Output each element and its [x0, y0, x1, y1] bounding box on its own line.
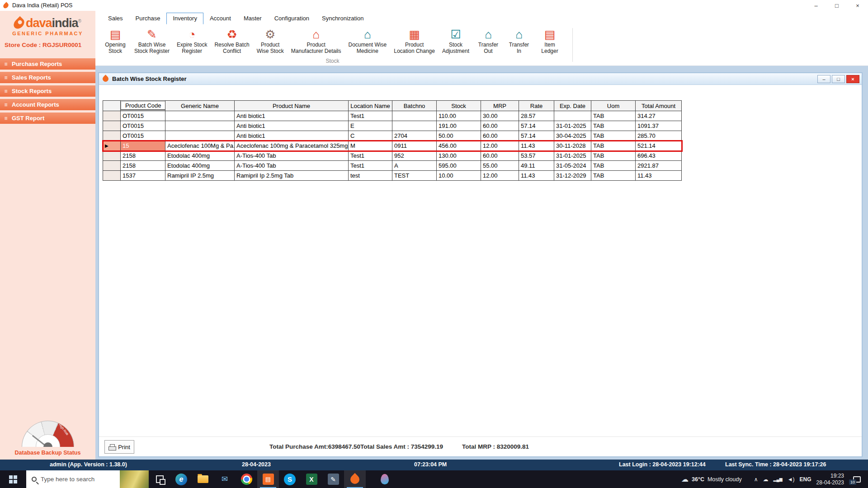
- grid-cell[interactable]: 50.00: [437, 131, 481, 141]
- sidebar-item-account-reports[interactable]: ≡Account Reports: [0, 99, 95, 110]
- grid-cell[interactable]: [392, 111, 437, 121]
- grid-cell[interactable]: 31-05-2024: [554, 161, 591, 171]
- grid-cell[interactable]: 521.14: [636, 141, 682, 151]
- onedrive-icon[interactable]: ☁: [763, 476, 768, 483]
- grid-cell[interactable]: A-Tios-400 Tab: [235, 161, 349, 171]
- grid-cell[interactable]: OT0015: [121, 121, 165, 131]
- grid-cell[interactable]: 30.00: [481, 111, 519, 121]
- grid-cell[interactable]: Etodolac 400mg: [165, 161, 235, 171]
- col-header-location-name[interactable]: Location Name: [349, 101, 392, 111]
- grid-cell[interactable]: 456.00: [437, 141, 481, 151]
- grid-row[interactable]: OT0015Anti biotic1C270450.0060.0057.1430…: [103, 131, 682, 141]
- grid-cell[interactable]: 12.00: [481, 141, 519, 151]
- col-header-product-name[interactable]: Product Name: [235, 101, 349, 111]
- grid-cell[interactable]: Test1: [349, 111, 392, 121]
- grid-cell[interactable]: 55.00: [481, 161, 519, 171]
- ribbon-item-transfer-out[interactable]: ⌂Transfer Out: [473, 26, 504, 55]
- network-icon[interactable]: ▂▄▆: [773, 477, 782, 482]
- maximize-button[interactable]: □: [826, 0, 847, 11]
- grid-cell[interactable]: Aceclofenac 100Mg & Pa...: [165, 141, 235, 151]
- grid-cell[interactable]: C: [349, 131, 392, 141]
- grid-cell[interactable]: E: [349, 121, 392, 131]
- row-selector[interactable]: [103, 161, 121, 171]
- grid-cell[interactable]: 2158: [121, 161, 165, 171]
- child-maximize-button[interactable]: □: [832, 75, 845, 83]
- search-highlight-image[interactable]: [120, 470, 149, 488]
- grid-cell[interactable]: 1091.37: [636, 121, 682, 131]
- grid-cell[interactable]: 1537: [121, 171, 165, 181]
- grid-cell[interactable]: 2921.87: [636, 161, 682, 171]
- grid-cell[interactable]: [165, 111, 235, 121]
- sidebar-item-sales-reports[interactable]: ≡Sales Reports: [0, 72, 95, 83]
- child-close-button[interactable]: ×: [846, 75, 859, 83]
- col-header-total-amount[interactable]: Total Amount: [636, 101, 682, 111]
- grid-cell[interactable]: TAB: [591, 121, 636, 131]
- grid-cell[interactable]: TAB: [591, 161, 636, 171]
- grid-cell[interactable]: 60.00: [481, 131, 519, 141]
- grid-cell[interactable]: 10.00: [437, 171, 481, 181]
- grid-cell[interactable]: Anti biotic1: [235, 131, 349, 141]
- col-header-exp-date[interactable]: Exp. Date: [554, 101, 591, 111]
- ribbon-item-opening-stock[interactable]: ▤Opening Stock: [100, 26, 131, 55]
- grid-cell[interactable]: 952: [392, 151, 437, 161]
- grid-cell[interactable]: 15: [121, 141, 165, 151]
- grid-row[interactable]: 2158Etodolac 400mgA-Tios-400 TabTest1A59…: [103, 161, 682, 171]
- grid-cell[interactable]: Anti biotic1: [235, 121, 349, 131]
- grid-cell[interactable]: 57.14: [519, 121, 554, 131]
- taskbar-app-chrome[interactable]: [236, 470, 257, 488]
- grid-cell[interactable]: 314.27: [636, 111, 682, 121]
- grid-cell[interactable]: A: [392, 161, 437, 171]
- action-center-button[interactable]: 10: [849, 470, 864, 488]
- child-minimize-button[interactable]: –: [817, 75, 830, 83]
- col-header-generic-name[interactable]: Generic Name: [165, 101, 235, 111]
- grid-cell[interactable]: OT0015: [121, 131, 165, 141]
- volume-icon[interactable]: ◄): [788, 476, 795, 483]
- ribbon-item-stock-adjustment[interactable]: ☑Stock Adjustment: [439, 26, 473, 55]
- ribbon-item-expire-stock-register[interactable]: ◔Expire Stock Register: [173, 26, 211, 55]
- grid-cell[interactable]: 191.00: [437, 121, 481, 131]
- ribbon-item-product-wise-stock[interactable]: ⚙Product Wise Stock: [253, 26, 288, 55]
- ribbon-item-transfer-in[interactable]: ⌂Transfer In: [504, 26, 534, 55]
- grid-cell[interactable]: test: [349, 171, 392, 181]
- grid-cell[interactable]: TEST: [392, 171, 437, 181]
- sidebar-item-gst-report[interactable]: ≡GST Report: [0, 113, 95, 124]
- tab-account[interactable]: Account: [203, 13, 237, 24]
- grid-row[interactable]: OT0015Anti biotic1Test1110.0030.0028.57T…: [103, 111, 682, 121]
- row-selector[interactable]: [103, 121, 121, 131]
- ribbon-item-product-location-change[interactable]: ▦Product Location Change: [390, 26, 439, 55]
- weather-widget[interactable]: ☁ 36°C Mostly cloudy: [681, 475, 742, 483]
- grid-cell[interactable]: Ramipril IP 2.5mg: [165, 171, 235, 181]
- grid-cell[interactable]: 31-01-2025: [554, 151, 591, 161]
- grid-cell[interactable]: Test1: [349, 161, 392, 171]
- language-indicator[interactable]: ENG: [800, 476, 811, 483]
- taskbar-app-skype[interactable]: S: [279, 470, 301, 488]
- taskbar-app-davaindia[interactable]: [344, 470, 366, 488]
- grid-cell[interactable]: 49.11: [519, 161, 554, 171]
- taskbar-app-pos-app[interactable]: ▤: [257, 470, 279, 488]
- grid-cell[interactable]: 30-11-2028: [554, 141, 591, 151]
- taskbar-app-excel[interactable]: X: [301, 470, 322, 488]
- ribbon-item-item-ledger[interactable]: ▤Item Ledger: [534, 26, 565, 55]
- grid-cell[interactable]: 28.57: [519, 111, 554, 121]
- grid-cell[interactable]: 2158: [121, 151, 165, 161]
- row-selector[interactable]: [103, 171, 121, 181]
- tab-purchase[interactable]: Purchase: [129, 13, 167, 24]
- tab-inventory[interactable]: Inventory: [166, 13, 203, 24]
- taskbar-clock[interactable]: 19:23 28-04-2023: [816, 473, 844, 486]
- grid-cell[interactable]: Test1: [349, 151, 392, 161]
- grid-cell[interactable]: [554, 111, 591, 121]
- grid-cell[interactable]: 285.70: [636, 131, 682, 141]
- grid-cell[interactable]: 2704: [392, 131, 437, 141]
- grid-cell[interactable]: 0911: [392, 141, 437, 151]
- row-selector[interactable]: [103, 111, 121, 121]
- close-button[interactable]: ×: [847, 0, 868, 11]
- tray-expand-icon[interactable]: ∧: [754, 476, 758, 483]
- grid-cell[interactable]: Etodolac 400mg: [165, 151, 235, 161]
- row-selector[interactable]: [103, 131, 121, 141]
- grid-row[interactable]: 2158Etodolac 400mgA-Tios-400 TabTest1952…: [103, 151, 682, 161]
- grid-cell[interactable]: 595.00: [437, 161, 481, 171]
- col-header-batchno[interactable]: Batchno: [392, 101, 437, 111]
- col-header-stock[interactable]: Stock: [437, 101, 481, 111]
- grid-row[interactable]: ▶15Aceclofenac 100Mg & Pa...Aceclofenac …: [103, 141, 682, 151]
- row-selector-header[interactable]: [103, 101, 121, 111]
